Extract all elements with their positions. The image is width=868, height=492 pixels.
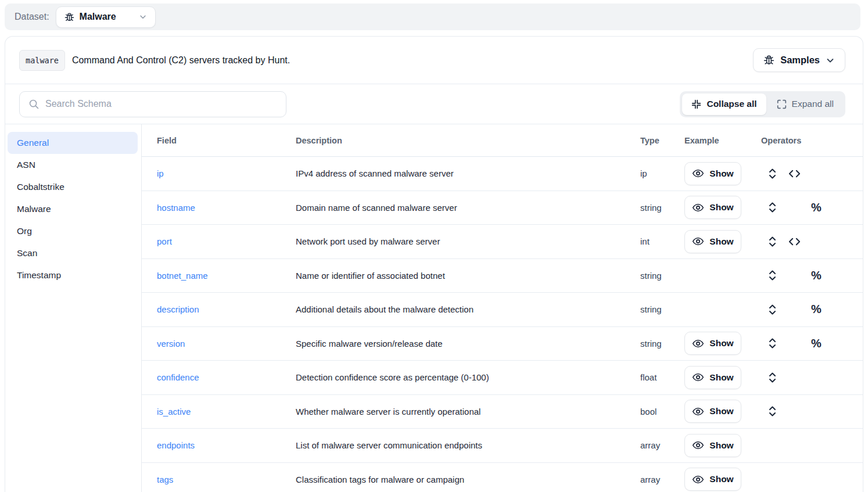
sidebar-item-scan[interactable]: Scan bbox=[8, 242, 138, 264]
field-type: array bbox=[640, 475, 684, 484]
sort-operator-icon[interactable] bbox=[767, 337, 777, 349]
field-name-link[interactable]: botnet_name bbox=[142, 271, 296, 281]
table-row: version Specific malware version/release… bbox=[142, 327, 863, 361]
field-description: Additional details about the malware det… bbox=[296, 304, 640, 314]
field-type: array bbox=[640, 440, 684, 450]
field-type: int bbox=[640, 236, 684, 246]
column-header-description: Description bbox=[296, 136, 640, 145]
field-name-link[interactable]: endpoints bbox=[142, 440, 296, 450]
sort-operator-icon[interactable] bbox=[767, 202, 777, 213]
table-row: tags Classification tags for malware or … bbox=[142, 463, 863, 492]
table-row: is_active Whether malware server is curr… bbox=[142, 395, 863, 429]
field-description: Name or identifier of associated botnet bbox=[296, 271, 640, 281]
operator-slot-sort bbox=[761, 304, 783, 315]
like-operator-icon[interactable]: % bbox=[811, 337, 822, 350]
show-example-label: Show bbox=[709, 338, 733, 349]
show-example-button[interactable]: Show bbox=[684, 468, 741, 491]
collapse-all-label: Collapse all bbox=[706, 99, 756, 109]
expand-all-button[interactable]: Expand all bbox=[767, 94, 843, 115]
sidebar-item-malware[interactable]: Malware bbox=[8, 198, 138, 220]
like-operator-icon[interactable]: % bbox=[811, 269, 822, 282]
eye-icon bbox=[692, 167, 704, 179]
sidebar-item-cobaltstrike[interactable]: Cobaltstrike bbox=[8, 176, 138, 198]
table-row: hostname Domain name of scanned malware … bbox=[142, 191, 863, 225]
table-row: confidence Detection confidence score as… bbox=[142, 361, 863, 395]
operator-slot-sort bbox=[761, 236, 783, 247]
field-type: ip bbox=[640, 168, 684, 178]
show-example-label: Show bbox=[709, 372, 733, 383]
sort-operator-icon[interactable] bbox=[767, 168, 777, 179]
sort-operator-icon[interactable] bbox=[767, 236, 777, 247]
sort-operator-icon[interactable] bbox=[767, 405, 777, 417]
field-description: Specific malware version/release date bbox=[296, 339, 640, 349]
sort-operator-icon[interactable] bbox=[767, 270, 777, 281]
collapse-expand-toggle: Collapse all Expand all bbox=[680, 91, 845, 117]
arrows-in-icon bbox=[691, 99, 701, 109]
table-row: ip IPv4 address of scanned malware serve… bbox=[142, 157, 863, 191]
show-example-label: Show bbox=[709, 202, 733, 213]
operators-cell bbox=[761, 168, 863, 179]
operators-cell bbox=[761, 236, 863, 247]
field-name-link[interactable]: is_active bbox=[142, 407, 296, 416]
dataset-topbar: Dataset: Malware bbox=[5, 3, 860, 30]
sidebar-item-label: Malware bbox=[17, 204, 51, 214]
field-name-link[interactable]: description bbox=[142, 304, 296, 314]
schema-search[interactable] bbox=[19, 91, 286, 117]
show-example-label: Show bbox=[709, 406, 733, 416]
field-description: Network port used by malware server bbox=[296, 236, 640, 246]
field-type: string bbox=[640, 203, 684, 213]
table-row: botnet_name Name or identifier of associ… bbox=[142, 259, 863, 293]
bug-icon bbox=[64, 12, 74, 22]
operators-cell: % bbox=[761, 201, 863, 214]
field-name-link[interactable]: ip bbox=[142, 168, 296, 178]
range-operator-icon[interactable] bbox=[788, 237, 801, 246]
sidebar-item-org[interactable]: Org bbox=[8, 220, 138, 242]
sidebar-item-general[interactable]: General bbox=[8, 132, 138, 154]
eye-icon bbox=[692, 337, 704, 350]
show-example-button[interactable]: Show bbox=[684, 196, 741, 219]
table-row: port Network port used by malware server… bbox=[142, 225, 863, 259]
field-description: Whether malware server is currently oper… bbox=[296, 407, 640, 416]
sidebar-item-label: General bbox=[17, 138, 49, 148]
operators-cell: % bbox=[761, 303, 863, 316]
eye-icon bbox=[692, 473, 704, 486]
arrows-out-icon bbox=[777, 99, 787, 109]
samples-button[interactable]: Samples bbox=[753, 48, 845, 72]
column-header-type: Type bbox=[640, 136, 684, 145]
samples-label: Samples bbox=[780, 55, 820, 66]
dataset-select[interactable]: Malware bbox=[56, 6, 156, 28]
field-name-link[interactable]: version bbox=[142, 339, 296, 349]
sort-operator-icon[interactable] bbox=[767, 372, 777, 383]
show-example-button[interactable]: Show bbox=[684, 230, 741, 253]
field-description: Classification tags for malware or campa… bbox=[296, 475, 640, 484]
show-example-button[interactable]: Show bbox=[684, 400, 741, 423]
operator-slot-sort bbox=[761, 405, 783, 417]
column-header-operators: Operators bbox=[761, 136, 863, 145]
field-name-link[interactable]: port bbox=[142, 236, 296, 246]
collapse-all-button[interactable]: Collapse all bbox=[682, 94, 766, 115]
column-header-field: Field bbox=[142, 136, 296, 145]
schema-category-sidebar: General ASN Cobaltstrike Malware Org Sca… bbox=[5, 124, 142, 492]
show-example-button[interactable]: Show bbox=[684, 332, 741, 355]
like-operator-icon[interactable]: % bbox=[811, 201, 822, 214]
operators-cell bbox=[761, 372, 863, 383]
field-name-link[interactable]: tags bbox=[142, 475, 296, 484]
show-example-button[interactable]: Show bbox=[684, 366, 741, 389]
field-name-link[interactable]: hostname bbox=[142, 203, 296, 213]
show-example-button[interactable]: Show bbox=[684, 162, 741, 185]
sidebar-item-asn[interactable]: ASN bbox=[8, 154, 138, 176]
eye-icon bbox=[692, 405, 704, 418]
field-description: List of malware server communication end… bbox=[296, 440, 640, 450]
search-input[interactable] bbox=[45, 99, 277, 109]
field-description: IPv4 address of scanned malware server bbox=[296, 168, 640, 178]
sidebar-item-timestamp[interactable]: Timestamp bbox=[8, 264, 138, 286]
like-operator-icon[interactable]: % bbox=[811, 303, 822, 316]
range-operator-icon[interactable] bbox=[788, 169, 801, 178]
show-example-button[interactable]: Show bbox=[684, 434, 741, 457]
schema-card: malware Command And Control (C2) servers… bbox=[5, 36, 863, 492]
field-description: Detection confidence score as percentage… bbox=[296, 372, 640, 382]
expand-all-label: Expand all bbox=[792, 99, 834, 109]
show-example-label: Show bbox=[709, 168, 733, 179]
sort-operator-icon[interactable] bbox=[767, 304, 777, 315]
field-name-link[interactable]: confidence bbox=[142, 372, 296, 382]
